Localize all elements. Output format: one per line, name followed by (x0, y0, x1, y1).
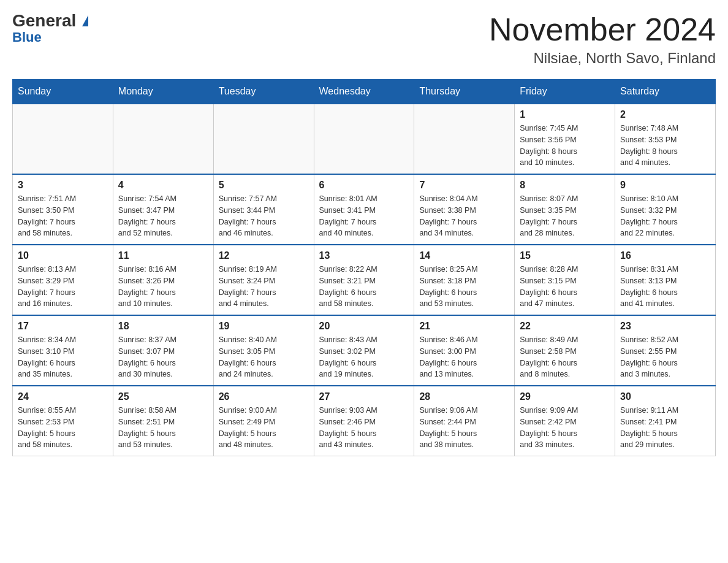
calendar-cell: 28Sunrise: 9:06 AM Sunset: 2:44 PM Dayli… (414, 386, 515, 456)
day-number: 21 (419, 321, 509, 332)
day-number: 23 (620, 321, 710, 332)
day-number: 10 (18, 250, 108, 261)
day-number: 6 (319, 180, 409, 191)
weekday-header-thursday: Thursday (414, 80, 515, 104)
day-number: 5 (219, 180, 309, 191)
calendar-cell: 29Sunrise: 9:09 AM Sunset: 2:42 PM Dayli… (515, 386, 615, 456)
day-number: 15 (520, 250, 610, 261)
day-number: 12 (219, 250, 309, 261)
calendar-cell: 10Sunrise: 8:13 AM Sunset: 3:29 PM Dayli… (13, 245, 113, 315)
day-info: Sunrise: 8:16 AM Sunset: 3:26 PM Dayligh… (118, 264, 208, 310)
day-number: 19 (219, 321, 309, 332)
day-info: Sunrise: 7:57 AM Sunset: 3:44 PM Dayligh… (219, 193, 309, 239)
calendar-cell (314, 104, 414, 174)
logo-blue-text: Blue (12, 29, 42, 45)
day-info: Sunrise: 9:03 AM Sunset: 2:46 PM Dayligh… (319, 405, 409, 451)
calendar-cell: 5Sunrise: 7:57 AM Sunset: 3:44 PM Daylig… (213, 174, 314, 245)
calendar-cell: 27Sunrise: 9:03 AM Sunset: 2:46 PM Dayli… (314, 386, 414, 456)
calendar-cell: 18Sunrise: 8:37 AM Sunset: 3:07 PM Dayli… (113, 315, 213, 386)
day-info: Sunrise: 7:54 AM Sunset: 3:47 PM Dayligh… (118, 193, 208, 239)
day-number: 13 (319, 250, 409, 261)
day-info: Sunrise: 8:13 AM Sunset: 3:29 PM Dayligh… (18, 264, 108, 310)
day-info: Sunrise: 8:01 AM Sunset: 3:41 PM Dayligh… (319, 193, 409, 239)
day-info: Sunrise: 8:46 AM Sunset: 3:00 PM Dayligh… (419, 334, 509, 380)
calendar-week-5: 24Sunrise: 8:55 AM Sunset: 2:53 PM Dayli… (13, 386, 716, 456)
calendar-cell: 12Sunrise: 8:19 AM Sunset: 3:24 PM Dayli… (213, 245, 314, 315)
day-number: 11 (118, 250, 208, 261)
calendar-week-3: 10Sunrise: 8:13 AM Sunset: 3:29 PM Dayli… (13, 245, 716, 315)
calendar-cell: 7Sunrise: 8:04 AM Sunset: 3:38 PM Daylig… (414, 174, 515, 245)
location: Nilsiae, North Savo, Finland (489, 50, 716, 67)
day-number: 28 (419, 391, 509, 402)
calendar-cell: 9Sunrise: 8:10 AM Sunset: 3:32 PM Daylig… (615, 174, 716, 245)
day-info: Sunrise: 7:45 AM Sunset: 3:56 PM Dayligh… (520, 123, 610, 169)
calendar-cell: 23Sunrise: 8:52 AM Sunset: 2:55 PM Dayli… (615, 315, 716, 386)
day-info: Sunrise: 7:48 AM Sunset: 3:53 PM Dayligh… (620, 123, 710, 169)
calendar-cell: 22Sunrise: 8:49 AM Sunset: 2:58 PM Dayli… (515, 315, 615, 386)
day-info: Sunrise: 8:07 AM Sunset: 3:35 PM Dayligh… (520, 193, 610, 239)
day-number: 30 (620, 391, 710, 402)
logo-triangle-icon (82, 15, 88, 26)
day-info: Sunrise: 8:25 AM Sunset: 3:18 PM Dayligh… (419, 264, 509, 310)
day-info: Sunrise: 7:51 AM Sunset: 3:50 PM Dayligh… (18, 193, 108, 239)
calendar-cell: 17Sunrise: 8:34 AM Sunset: 3:10 PM Dayli… (13, 315, 113, 386)
calendar-cell: 25Sunrise: 8:58 AM Sunset: 2:51 PM Dayli… (113, 386, 213, 456)
day-number: 25 (118, 391, 208, 402)
calendar-cell (13, 104, 113, 174)
calendar-cell: 8Sunrise: 8:07 AM Sunset: 3:35 PM Daylig… (515, 174, 615, 245)
calendar-cell: 2Sunrise: 7:48 AM Sunset: 3:53 PM Daylig… (615, 104, 716, 174)
weekday-header-sunday: Sunday (13, 80, 113, 104)
calendar-cell: 14Sunrise: 8:25 AM Sunset: 3:18 PM Dayli… (414, 245, 515, 315)
month-title: November 2024 (489, 12, 716, 47)
weekday-header-friday: Friday (515, 80, 615, 104)
day-info: Sunrise: 8:19 AM Sunset: 3:24 PM Dayligh… (219, 264, 309, 310)
day-number: 17 (18, 321, 108, 332)
calendar-cell: 6Sunrise: 8:01 AM Sunset: 3:41 PM Daylig… (314, 174, 414, 245)
day-info: Sunrise: 9:11 AM Sunset: 2:41 PM Dayligh… (620, 405, 710, 451)
day-info: Sunrise: 9:00 AM Sunset: 2:49 PM Dayligh… (219, 405, 309, 451)
weekday-header-monday: Monday (113, 80, 213, 104)
logo-general-text: General (12, 11, 76, 30)
day-info: Sunrise: 8:28 AM Sunset: 3:15 PM Dayligh… (520, 264, 610, 310)
logo: General Blue (12, 12, 88, 45)
day-number: 4 (118, 180, 208, 191)
day-number: 18 (118, 321, 208, 332)
day-number: 1 (520, 109, 610, 120)
calendar-cell: 4Sunrise: 7:54 AM Sunset: 3:47 PM Daylig… (113, 174, 213, 245)
day-info: Sunrise: 8:37 AM Sunset: 3:07 PM Dayligh… (118, 334, 208, 380)
day-info: Sunrise: 9:06 AM Sunset: 2:44 PM Dayligh… (419, 405, 509, 451)
day-info: Sunrise: 8:31 AM Sunset: 3:13 PM Dayligh… (620, 264, 710, 310)
day-info: Sunrise: 8:49 AM Sunset: 2:58 PM Dayligh… (520, 334, 610, 380)
weekday-header-saturday: Saturday (615, 80, 716, 104)
day-info: Sunrise: 8:04 AM Sunset: 3:38 PM Dayligh… (419, 193, 509, 239)
day-info: Sunrise: 9:09 AM Sunset: 2:42 PM Dayligh… (520, 405, 610, 451)
calendar-cell: 11Sunrise: 8:16 AM Sunset: 3:26 PM Dayli… (113, 245, 213, 315)
day-info: Sunrise: 8:52 AM Sunset: 2:55 PM Dayligh… (620, 334, 710, 380)
calendar-table: SundayMondayTuesdayWednesdayThursdayFrid… (12, 79, 716, 456)
calendar-cell: 30Sunrise: 9:11 AM Sunset: 2:41 PM Dayli… (615, 386, 716, 456)
calendar-cell: 24Sunrise: 8:55 AM Sunset: 2:53 PM Dayli… (13, 386, 113, 456)
day-number: 3 (18, 180, 108, 191)
calendar-cell: 26Sunrise: 9:00 AM Sunset: 2:49 PM Dayli… (213, 386, 314, 456)
calendar-week-4: 17Sunrise: 8:34 AM Sunset: 3:10 PM Dayli… (13, 315, 716, 386)
weekday-header-tuesday: Tuesday (213, 80, 314, 104)
calendar-cell: 13Sunrise: 8:22 AM Sunset: 3:21 PM Dayli… (314, 245, 414, 315)
calendar-cell: 1Sunrise: 7:45 AM Sunset: 3:56 PM Daylig… (515, 104, 615, 174)
calendar-week-2: 3Sunrise: 7:51 AM Sunset: 3:50 PM Daylig… (13, 174, 716, 245)
calendar-cell: 16Sunrise: 8:31 AM Sunset: 3:13 PM Dayli… (615, 245, 716, 315)
day-number: 27 (319, 391, 409, 402)
calendar-cell: 19Sunrise: 8:40 AM Sunset: 3:05 PM Dayli… (213, 315, 314, 386)
day-info: Sunrise: 8:40 AM Sunset: 3:05 PM Dayligh… (219, 334, 309, 380)
day-info: Sunrise: 8:10 AM Sunset: 3:32 PM Dayligh… (620, 193, 710, 239)
calendar-cell (213, 104, 314, 174)
day-number: 22 (520, 321, 610, 332)
day-info: Sunrise: 8:43 AM Sunset: 3:02 PM Dayligh… (319, 334, 409, 380)
day-number: 26 (219, 391, 309, 402)
day-number: 14 (419, 250, 509, 261)
day-number: 16 (620, 250, 710, 261)
day-number: 2 (620, 109, 710, 120)
calendar-cell: 20Sunrise: 8:43 AM Sunset: 3:02 PM Dayli… (314, 315, 414, 386)
weekday-header-wednesday: Wednesday (314, 80, 414, 104)
day-info: Sunrise: 8:55 AM Sunset: 2:53 PM Dayligh… (18, 405, 108, 451)
calendar-cell: 21Sunrise: 8:46 AM Sunset: 3:00 PM Dayli… (414, 315, 515, 386)
